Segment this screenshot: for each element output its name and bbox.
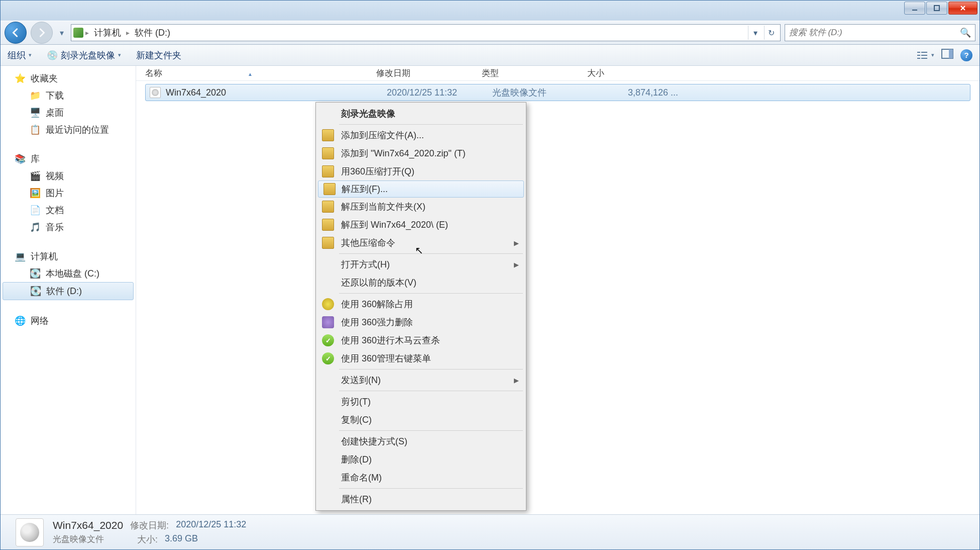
explorer-window: ▾ ▸ 计算机 ▸ 软件 (D:) ▾ ↻ 🔍 组织▾ 💿刻录光盘映像▾ 新建文… bbox=[0, 0, 980, 550]
main-area: ⭐收藏夹 📁下载 🖥️桌面 📋最近访问的位置 📚库 🎬视频 🖼️图片 📄文档 🎵… bbox=[1, 66, 979, 514]
new-folder-button[interactable]: 新建文件夹 bbox=[136, 49, 181, 61]
document-icon: 📄 bbox=[30, 205, 41, 216]
details-size: 3.69 GB bbox=[165, 533, 198, 545]
360-icon bbox=[322, 298, 334, 310]
burn-disc-button[interactable]: 💿刻录光盘映像▾ bbox=[47, 49, 121, 61]
menu-extract-to-folder[interactable]: 解压到 Win7x64_2020\ (E) bbox=[317, 216, 525, 234]
menu-delete[interactable]: 删除(D) bbox=[317, 450, 525, 469]
archive-icon bbox=[322, 129, 334, 141]
col-header-date[interactable]: 修改日期 bbox=[376, 67, 482, 79]
svg-rect-5 bbox=[921, 55, 927, 56]
archive-icon bbox=[322, 165, 334, 177]
file-name: Win7x64_2020 bbox=[166, 87, 387, 98]
file-date: 2020/12/25 11:32 bbox=[387, 87, 492, 98]
address-bar[interactable]: ▸ 计算机 ▸ 软件 (D:) ▾ ↻ bbox=[71, 24, 781, 41]
menu-360-manage[interactable]: ✓使用 360管理右键菜单 bbox=[317, 349, 525, 368]
menu-create-shortcut[interactable]: 创建快捷方式(S) bbox=[317, 432, 525, 450]
search-box[interactable]: 🔍 bbox=[785, 24, 975, 41]
sidebar-documents[interactable]: 📄文档 bbox=[1, 202, 136, 219]
breadcrumb-computer[interactable]: 计算机 bbox=[91, 27, 124, 39]
details-date-label: 修改日期: bbox=[130, 519, 169, 531]
sidebar-drive-c[interactable]: 💽本地磁盘 (C:) bbox=[1, 265, 136, 282]
refresh-button[interactable]: ↻ bbox=[764, 26, 778, 40]
menu-other-zip[interactable]: 其他压缩命令▶ bbox=[317, 234, 525, 252]
col-header-name[interactable]: 名称▲ bbox=[145, 67, 376, 79]
col-header-type[interactable]: 类型 bbox=[482, 67, 587, 79]
menu-extract-to[interactable]: 解压到(F)... bbox=[318, 180, 524, 198]
menu-360-unlock[interactable]: 使用 360解除占用 bbox=[317, 295, 525, 313]
menu-open-360zip[interactable]: 用360压缩打开(Q) bbox=[317, 162, 525, 180]
menu-copy[interactable]: 复制(C) bbox=[317, 411, 525, 429]
column-headers[interactable]: 名称▲ 修改日期 类型 大小 bbox=[136, 66, 979, 81]
sidebar-libraries[interactable]: 📚库 bbox=[1, 150, 136, 167]
sidebar-recent[interactable]: 📋最近访问的位置 bbox=[1, 121, 136, 138]
menu-properties[interactable]: 属性(R) bbox=[317, 490, 525, 508]
sidebar-network[interactable]: 🌐网络 bbox=[1, 312, 136, 329]
file-content-area: 名称▲ 修改日期 类型 大小 Win7x64_2020 2020/12/25 1… bbox=[136, 66, 979, 514]
archive-icon bbox=[322, 147, 334, 159]
details-filename: Win7x64_2020 bbox=[53, 519, 123, 531]
archive-icon bbox=[322, 219, 334, 231]
titlebar[interactable] bbox=[1, 1, 979, 21]
file-type: 光盘映像文件 bbox=[492, 86, 598, 99]
sidebar-videos[interactable]: 🎬视频 bbox=[1, 167, 136, 185]
history-dropdown[interactable]: ▾ bbox=[57, 23, 67, 43]
details-date: 2020/12/25 11:32 bbox=[176, 519, 246, 531]
forward-button[interactable] bbox=[31, 22, 53, 44]
archive-icon bbox=[322, 201, 334, 213]
menu-add-to-zip[interactable]: 添加到 "Win7x64_2020.zip" (T) bbox=[317, 144, 525, 162]
minimize-button[interactable] bbox=[904, 2, 925, 15]
recent-icon: 📋 bbox=[30, 124, 41, 135]
menu-extract-here[interactable]: 解压到当前文件夹(X) bbox=[317, 198, 525, 216]
details-filetype: 光盘映像文件 bbox=[53, 533, 104, 545]
archive-icon bbox=[323, 183, 336, 195]
submenu-arrow-icon: ▶ bbox=[514, 239, 519, 247]
drive-icon bbox=[73, 28, 83, 38]
sidebar-favorites[interactable]: ⭐收藏夹 bbox=[1, 70, 136, 87]
menu-burn-image[interactable]: 刻录光盘映像 bbox=[317, 105, 525, 123]
file-list[interactable]: Win7x64_2020 2020/12/25 11:32 光盘映像文件 3,8… bbox=[136, 81, 979, 514]
maximize-button[interactable] bbox=[926, 2, 947, 15]
library-icon: 📚 bbox=[15, 153, 26, 164]
file-row-selected[interactable]: Win7x64_2020 2020/12/25 11:32 光盘映像文件 3,8… bbox=[145, 84, 970, 101]
svg-rect-2 bbox=[917, 52, 920, 53]
window-controls bbox=[904, 2, 977, 15]
svg-rect-7 bbox=[921, 58, 927, 59]
sidebar-pictures[interactable]: 🖼️图片 bbox=[1, 185, 136, 202]
menu-360-trojan-scan[interactable]: ✓使用 360进行木马云查杀 bbox=[317, 331, 525, 349]
sidebar-drive-d[interactable]: 💽软件 (D:) bbox=[3, 282, 134, 300]
search-input[interactable] bbox=[789, 28, 960, 38]
svg-rect-1 bbox=[934, 6, 939, 11]
navigation-sidebar[interactable]: ⭐收藏夹 📁下载 🖥️桌面 📋最近访问的位置 📚库 🎬视频 🖼️图片 📄文档 🎵… bbox=[1, 66, 136, 514]
organize-button[interactable]: 组织▾ bbox=[8, 49, 32, 61]
back-button[interactable] bbox=[5, 22, 27, 44]
preview-pane-button[interactable] bbox=[941, 49, 953, 61]
disc-icon: 💿 bbox=[47, 50, 58, 61]
view-options-button[interactable]: ▾ bbox=[916, 50, 934, 60]
menu-add-archive[interactable]: 添加到压缩文件(A)... bbox=[317, 126, 525, 144]
help-button[interactable]: ? bbox=[960, 49, 972, 61]
menu-cut[interactable]: 剪切(T) bbox=[317, 393, 525, 411]
col-header-size[interactable]: 大小 bbox=[587, 67, 668, 79]
search-icon[interactable]: 🔍 bbox=[960, 27, 971, 38]
360-shield-icon: ✓ bbox=[322, 334, 334, 346]
sidebar-music[interactable]: 🎵音乐 bbox=[1, 219, 136, 236]
menu-360-force-delete[interactable]: 使用 360强力删除 bbox=[317, 313, 525, 331]
address-dropdown[interactable]: ▾ bbox=[748, 26, 762, 40]
star-icon: ⭐ bbox=[15, 73, 26, 84]
svg-rect-0 bbox=[912, 10, 917, 11]
toolbar: 组织▾ 💿刻录光盘映像▾ 新建文件夹 ▾ ? bbox=[1, 45, 979, 66]
menu-rename[interactable]: 重命名(M) bbox=[317, 469, 525, 487]
menu-send-to[interactable]: 发送到(N)▶ bbox=[317, 371, 525, 389]
breadcrumb-drive[interactable]: 软件 (D:) bbox=[132, 27, 173, 39]
menu-restore[interactable]: 还原以前的版本(V) bbox=[317, 273, 525, 292]
sidebar-desktop[interactable]: 🖥️桌面 bbox=[1, 104, 136, 121]
sidebar-downloads[interactable]: 📁下载 bbox=[1, 87, 136, 104]
submenu-arrow-icon: ▶ bbox=[514, 261, 519, 268]
video-icon: 🎬 bbox=[30, 170, 41, 181]
sidebar-computer[interactable]: 💻计算机 bbox=[1, 248, 136, 265]
close-button[interactable] bbox=[948, 2, 977, 15]
svg-rect-6 bbox=[917, 58, 920, 59]
menu-open-with[interactable]: 打开方式(H)▶ bbox=[317, 255, 525, 273]
submenu-arrow-icon: ▶ bbox=[514, 377, 519, 384]
